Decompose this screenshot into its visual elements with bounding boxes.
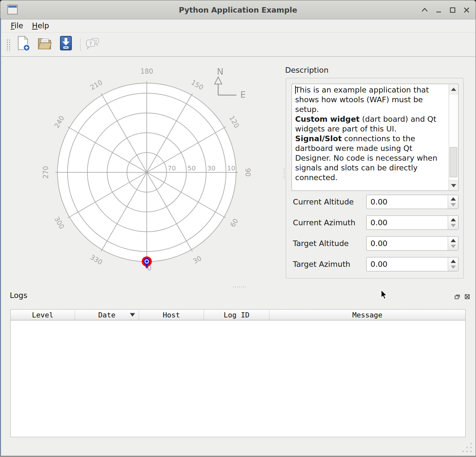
spin-up-icon[interactable] — [451, 260, 456, 263]
description-scrollbar[interactable] — [449, 84, 458, 190]
minimize-button[interactable] — [435, 6, 443, 14]
logs-table-header: LevelDateHostLog IDMessage — [11, 310, 465, 320]
dock-float-button[interactable] — [454, 293, 461, 300]
column-header-level[interactable]: Level — [11, 310, 75, 320]
scroll-up-button[interactable] — [449, 84, 458, 94]
toolbar-separator — [80, 38, 81, 52]
svg-text:210: 210 — [89, 78, 104, 91]
close-x-icon — [464, 293, 471, 300]
column-header-date[interactable]: Date — [75, 310, 139, 320]
svg-text:60: 60 — [229, 217, 240, 228]
current-altitude-label: Current Altitude — [293, 195, 354, 209]
window-left-border — [0, 18, 1, 457]
svg-text:270: 270 — [42, 166, 50, 179]
description-paragraph: This is an example application that show… — [295, 85, 448, 114]
dock-close-button[interactable] — [464, 293, 471, 300]
toolbar-drag-handle[interactable] — [6, 39, 10, 51]
spin-down-icon[interactable] — [451, 203, 456, 206]
svg-text:180: 180 — [140, 68, 153, 75]
column-header-host[interactable]: Host — [139, 310, 204, 320]
spin-buttons — [448, 257, 458, 271]
svg-text:N: N — [217, 67, 223, 77]
menu-help[interactable]: Help — [29, 20, 53, 31]
menubar: File Help — [1, 19, 475, 32]
description-paragraph: Signal/Slot connections to the dartboard… — [295, 134, 448, 182]
spin-buttons — [448, 237, 458, 250]
svg-text:120: 120 — [228, 115, 241, 130]
new-file-button[interactable] — [15, 35, 32, 54]
current-azimuth-label: Current Azimuth — [293, 216, 356, 230]
window-bottom-border — [0, 456, 476, 457]
spin-down-icon[interactable] — [451, 224, 456, 227]
scrollbar-thumb[interactable] — [450, 147, 457, 177]
svg-text:150: 150 — [190, 78, 205, 91]
current-altitude-value: 0.00 — [370, 197, 387, 206]
window-title: Python Application Example — [0, 0, 476, 20]
sort-indicator-icon — [130, 313, 135, 317]
spin-buttons — [448, 216, 458, 229]
column-header-message[interactable]: Message — [269, 310, 465, 320]
close-button[interactable] — [463, 6, 470, 14]
scroll-down-button[interactable] — [449, 180, 458, 190]
svg-text:?: ? — [89, 41, 92, 47]
svg-text:300: 300 — [53, 216, 66, 230]
svg-text:?: ? — [95, 39, 97, 44]
maximize-button[interactable] — [449, 6, 457, 14]
description-paragraph: Custom widget (dart board) and Qt widget… — [295, 114, 448, 134]
svg-text:30: 30 — [192, 254, 203, 265]
spin-up-icon[interactable] — [451, 218, 456, 221]
description-group-title: Description — [285, 66, 329, 75]
mouse-cursor — [381, 290, 389, 302]
triangle-down-icon — [451, 184, 456, 187]
spin-up-icon[interactable] — [451, 197, 456, 201]
float-window-icon — [454, 293, 461, 300]
current-azimuth-spinbox[interactable]: 0.00 — [366, 216, 458, 230]
description-text: This is an example application that show… — [295, 85, 448, 190]
target-azimuth-label: Target Azimuth — [293, 257, 350, 271]
titlebar[interactable]: Python Application Example — [0, 0, 476, 19]
save-button[interactable] — [58, 35, 75, 54]
target-azimuth-spinbox[interactable]: 0.00 — [366, 257, 458, 271]
spin-down-icon[interactable] — [451, 245, 456, 248]
application-window: Python Application Example File Help — [0, 0, 476, 457]
spin-up-icon[interactable] — [451, 239, 456, 242]
menu-file[interactable]: File — [7, 20, 27, 31]
target-altitude-label: Target Altitude — [293, 236, 349, 251]
window-resize-grip[interactable] — [461, 441, 474, 454]
save-icon — [58, 35, 74, 52]
target-altitude-spinbox[interactable]: 0.00 — [366, 236, 458, 251]
svg-text:90: 90 — [244, 168, 252, 177]
svg-text:10: 10 — [227, 164, 235, 172]
horizontal-splitter-handle[interactable] — [232, 286, 247, 288]
description-textedit[interactable]: This is an example application that show… — [292, 84, 458, 191]
help-icon: ? ? — [85, 35, 100, 52]
svg-text:330: 330 — [89, 253, 104, 266]
svg-text:E: E — [240, 90, 246, 100]
triangle-up-icon — [451, 88, 456, 91]
logs-dock-title: Logs — [10, 291, 27, 300]
open-file-button[interactable] — [37, 35, 54, 54]
svg-text:30: 30 — [207, 164, 215, 172]
svg-text:50: 50 — [187, 164, 195, 172]
current-azimuth-value: 0.00 — [370, 218, 387, 227]
target-azimuth-value: 0.00 — [370, 260, 387, 269]
spin-buttons — [448, 195, 458, 209]
dartboard-widget[interactable]: 705030100306090120150180210240270300330N… — [0, 57, 286, 287]
open-folder-icon — [37, 35, 52, 52]
svg-text:70: 70 — [168, 164, 176, 172]
target-altitude-value: 0.00 — [370, 239, 387, 248]
vertical-splitter-handle[interactable] — [282, 167, 285, 180]
help-button[interactable]: ? ? — [85, 35, 102, 54]
svg-text:240: 240 — [53, 115, 66, 130]
column-header-log-id[interactable]: Log ID — [204, 310, 269, 320]
current-altitude-spinbox[interactable]: 0.00 — [366, 195, 458, 209]
logs-table: LevelDateHostLog IDMessage — [10, 309, 466, 437]
spin-down-icon[interactable] — [451, 266, 456, 269]
new-file-icon — [15, 35, 31, 52]
toolbar: ? ? — [1, 32, 475, 57]
shade-button[interactable] — [421, 6, 429, 14]
